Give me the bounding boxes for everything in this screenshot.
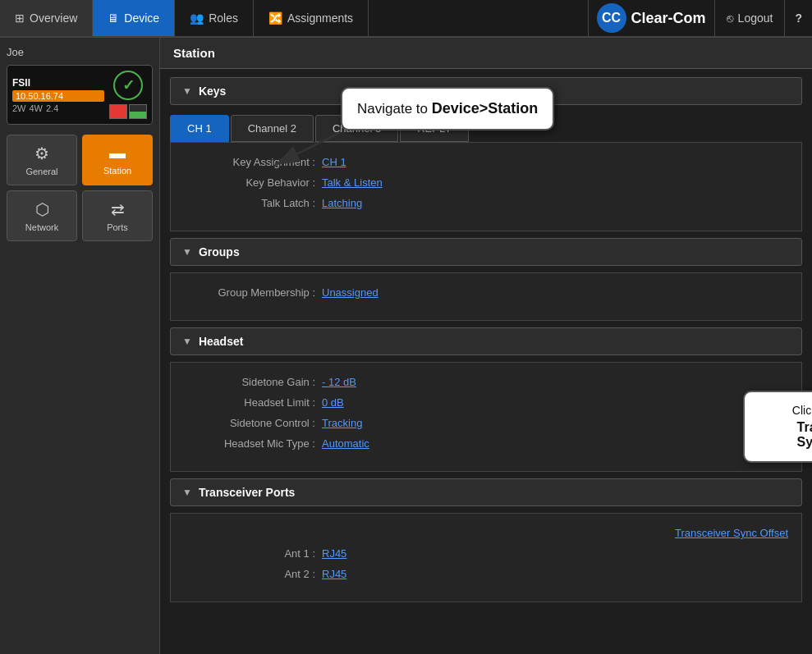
keys-label: Keys [199, 85, 226, 98]
tag-4w: 4W [30, 103, 44, 113]
groups-body: Group Membership : Unassigned [170, 272, 802, 321]
tooltip-click: Click here to set Transceiver Sync Offse… [743, 391, 812, 463]
headset-mic-type-label: Headset Mic Type : [184, 437, 315, 450]
device-check-icon: ✓ [113, 71, 143, 100]
group-membership-label: Group Membership : [184, 286, 315, 299]
tooltip-navigate-text: Navigate to [357, 101, 432, 117]
main-layout: Joe FSII 10.50.16.74 2W 4W 2.4 ✓ [0, 38, 812, 654]
transceiver-body: Transceiver Sync Offset Ant 1 : RJ45 Ant… [170, 513, 802, 602]
tag-2w: 2W [12, 103, 26, 113]
field-row-headset-mic-type: Headset Mic Type : Automatic [184, 437, 788, 450]
logo-text: Clear-Com [631, 10, 706, 27]
groups-section-header[interactable]: ▼ Groups [170, 238, 802, 266]
ant1-label: Ant 1 : [184, 547, 315, 560]
sidetone-control-label: Sidetone Control : [184, 417, 315, 429]
ports-icon: ⇄ [88, 199, 147, 219]
field-row-key-behavior: Key Behavior : Talk & Listen [184, 176, 788, 189]
sidebar-item-network[interactable]: ⬡ Network [7, 190, 77, 241]
transceiver-label: Transceiver Ports [199, 486, 296, 499]
keys-arrow-icon: ▼ [182, 85, 192, 97]
device-info: FSII 10.50.16.74 2W 4W 2.4 [12, 77, 104, 113]
top-navigation: ⊞ Overview 🖥 Device 👥 Roles 🔀 Assignment… [0, 0, 812, 38]
sidetone-gain-value[interactable]: - 12 dB [322, 376, 356, 388]
sidebar-ports-label: Ports [107, 222, 128, 232]
logout-button[interactable]: ⎋ Logout [714, 0, 785, 36]
logout-icon: ⎋ [727, 11, 733, 25]
sidebar-network-label: Network [25, 222, 58, 232]
group-membership-value[interactable]: Unassigned [322, 286, 378, 299]
nav-device[interactable]: 🖥 Device [93, 0, 175, 36]
network-icon: ⬡ [12, 199, 71, 219]
device-card: FSII 10.50.16.74 2W 4W 2.4 ✓ [7, 65, 153, 125]
overview-icon: ⊞ [15, 11, 25, 25]
headset-body: Sidetone Gain : - 12 dB Headset Limit : … [170, 362, 802, 472]
tab-ch1[interactable]: CH 1 [170, 115, 229, 142]
transceiver-arrow-icon: ▼ [182, 487, 192, 498]
tab-channel2[interactable]: Channel 2 [231, 115, 314, 142]
nav-assignments-label: Assignments [287, 11, 353, 25]
logout-label: Logout [738, 11, 773, 25]
gear-icon: ⚙ [12, 144, 71, 163]
tooltip-click-bold1: Transceiver [759, 420, 812, 435]
sidebar-item-station[interactable]: ▬ Station [82, 135, 153, 185]
headset-limit-label: Headset Limit : [184, 396, 315, 409]
keys-body: Key Assignment : CH 1 Key Behavior : Tal… [170, 142, 802, 231]
logo: CC Clear-Com [588, 0, 714, 36]
page-title: Station [160, 38, 812, 69]
tab-ch1-label: CH 1 [187, 122, 212, 135]
sidetone-gain-label: Sidetone Gain : [184, 376, 315, 388]
sidebar-username: Joe [7, 46, 153, 58]
tooltip-navigate: Navigate to Device>Station [341, 87, 554, 130]
nav-overview[interactable]: ⊞ Overview [0, 0, 93, 36]
key-assignment-value[interactable]: CH 1 [322, 156, 346, 168]
tooltip-navigate-bold: Device>Station [432, 100, 539, 117]
transceiver-sync-offset-link[interactable]: Transceiver Sync Offset [184, 527, 788, 539]
ant2-value[interactable]: RJ45 [322, 568, 346, 580]
field-row-talk-latch: Talk Latch : Latching [184, 197, 788, 209]
tag-24: 2.4 [46, 103, 58, 113]
headset-label: Headset [199, 335, 243, 348]
key-behavior-value[interactable]: Talk & Listen [322, 176, 383, 189]
headset-limit-value[interactable]: 0 dB [322, 396, 344, 409]
groups-arrow-icon: ▼ [182, 246, 192, 258]
device-tags: 2W 4W 2.4 [12, 103, 104, 113]
headset-arrow-icon: ▼ [182, 336, 192, 347]
headset-section-header[interactable]: ▼ Headset [170, 327, 802, 355]
groups-label: Groups [199, 245, 240, 258]
field-row-key-assignment: Key Assignment : CH 1 [184, 156, 788, 168]
ant2-label: Ant 2 : [184, 568, 315, 580]
nav-assignments[interactable]: 🔀 Assignments [254, 0, 369, 36]
ant1-value[interactable]: RJ45 [322, 547, 346, 560]
roles-icon: 👥 [190, 11, 204, 25]
talk-latch-label: Talk Latch : [184, 197, 315, 209]
key-assignment-label: Key Assignment : [184, 156, 315, 168]
sidebar-item-ports[interactable]: ⇄ Ports [82, 190, 153, 241]
assignments-icon: 🔀 [268, 11, 282, 25]
nav-device-label: Device [124, 11, 159, 25]
field-row-ant1: Ant 1 : RJ45 [184, 547, 788, 560]
page-title-text: Station [173, 46, 215, 60]
transceiver-section-header[interactable]: ▼ Transceiver Ports [170, 478, 802, 506]
tooltip-click-bold2: Sync Offset [759, 435, 812, 450]
nav-roles[interactable]: 👥 Roles [175, 0, 254, 36]
field-row-sidetone-control: Sidetone Control : Tracking [184, 417, 788, 429]
sidebar: Joe FSII 10.50.16.74 2W 4W 2.4 ✓ [0, 38, 160, 654]
sidebar-item-general[interactable]: ⚙ General [7, 135, 77, 185]
sidetone-control-value[interactable]: Tracking [322, 417, 362, 429]
headset-mic-type-value[interactable]: Automatic [322, 437, 369, 450]
sidebar-station-label: Station [103, 166, 131, 176]
field-row-ant2: Ant 2 : RJ45 [184, 568, 788, 580]
sidebar-general-label: General [25, 167, 57, 176]
field-row-headset-limit: Headset Limit : 0 dB [184, 396, 788, 409]
help-button[interactable]: ? [784, 0, 812, 36]
device-icon: 🖥 [108, 11, 119, 25]
talk-latch-value[interactable]: Latching [322, 197, 362, 209]
field-row-group-membership: Group Membership : Unassigned [184, 286, 788, 299]
tooltip-click-line1: Click here to set [759, 404, 812, 417]
station-icon: ▬ [88, 144, 147, 162]
device-name: FSII [12, 77, 104, 89]
nav-roles-label: Roles [209, 11, 238, 25]
tab-channel2-label: Channel 2 [248, 122, 296, 135]
logo-circle: CC [597, 3, 626, 33]
help-label: ? [795, 11, 802, 25]
